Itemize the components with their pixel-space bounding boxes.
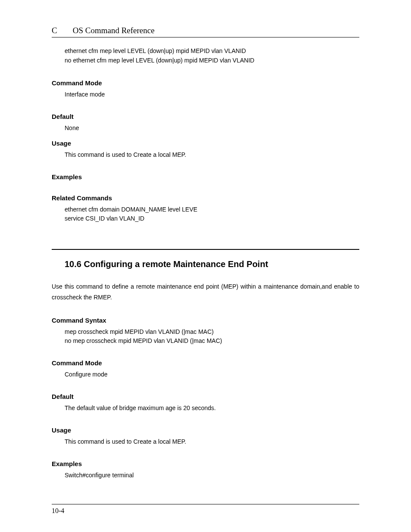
syntax-line: no mep crosscheck mpid MEPID vlan VLANID… <box>65 336 359 345</box>
chapter-heading: 10.6 Configuring a remote Maintenance En… <box>65 259 359 269</box>
example-line: Switch#configure terminal <box>65 471 359 480</box>
related-line: ethernet cfm domain DOMAIN_NAME level LE… <box>65 205 359 214</box>
heading-examples: Examples <box>52 173 359 180</box>
page: C OS Command Reference ethernet cfm mep … <box>0 0 411 532</box>
text-default: The default value of bridge maximum age … <box>65 404 359 413</box>
code-line: ethernet cfm mep level LEVEL (down|up) m… <box>65 46 359 56</box>
text-usage: This command is used to Create a local M… <box>65 437 359 446</box>
heading-command-mode: Command Mode <box>52 359 359 367</box>
heading-command-mode: Command Mode <box>52 79 359 87</box>
text-command-mode: Configure mode <box>65 370 359 379</box>
text-usage: This command is used to Create a local M… <box>65 150 359 159</box>
heading-examples: Examples <box>52 460 359 467</box>
heading-default: Default <box>52 113 359 120</box>
intro-paragraph: Use this command to define a remote main… <box>52 281 359 303</box>
heading-default: Default <box>52 393 359 400</box>
header-letter: C <box>52 26 57 35</box>
heading-usage: Usage <box>52 140 359 147</box>
page-header: C OS Command Reference <box>52 26 359 37</box>
header-title: OS Command Reference <box>73 26 155 35</box>
section-divider <box>52 249 359 250</box>
text-command-mode: Interface mode <box>65 90 359 99</box>
heading-command-syntax: Command Syntax <box>52 317 359 324</box>
text-default: None <box>65 124 359 133</box>
heading-related-commands: Related Commands <box>52 194 359 202</box>
page-footer: 10-4 <box>52 504 359 515</box>
syntax-line: mep crosscheck mpid MEPID vlan VLANID (|… <box>65 327 359 336</box>
heading-usage: Usage <box>52 426 359 434</box>
related-line: service CSI_ID vlan VLAN_ID <box>65 214 359 223</box>
code-line: no ethernet cfm mep level LEVEL (down|up… <box>65 56 359 65</box>
page-number: 10-4 <box>52 507 64 514</box>
